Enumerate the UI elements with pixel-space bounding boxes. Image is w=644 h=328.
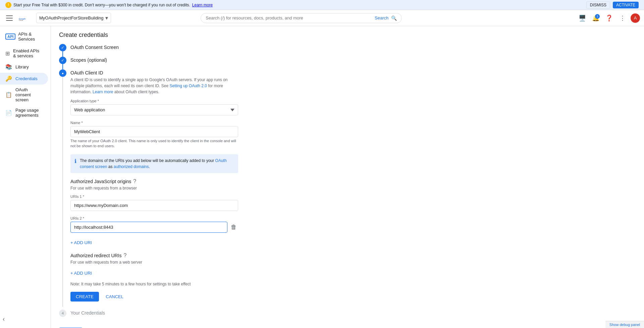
client-name-hint: The name of your OAuth 2.0 client. This … [70,139,238,149]
activate-button[interactable]: ACTIVATE [613,2,639,8]
uri2-row: 🗑 [70,222,238,233]
client-name-group: Name * The name of your OAuth 2.0 client… [70,121,238,149]
sidebar-item-label-credentials: Credentials [15,76,38,81]
sidebar-item-page-usage[interactable]: 📄 Page usage agreements [0,105,48,120]
step3-line [62,77,63,307]
step4-indicator: 4 [59,310,66,322]
js-origins-title: Authorized JavaScript origins ? [70,178,238,184]
uri1-label: URIs 1 * [70,195,238,199]
api-badge: API [5,34,15,40]
step-oauth-consent: ✓ OAuth Consent Screen [59,44,636,57]
step2-circle: ✓ [59,57,66,64]
step-your-credentials: 4 Your Credentials [59,310,636,322]
sidebar-item-label-page-usage: Page usage agreements [15,108,43,118]
uri1-group: URIs 1 * [70,195,238,211]
more-options-button[interactable]: ⋮ [617,13,628,23]
add-redirect-uri-button[interactable]: + ADD URI [70,269,92,278]
sidebar-header: API APIs & Services [0,29,51,46]
redirect-uris-title: Authorized redirect URIs ? [70,253,238,259]
client-name-label: Name * [70,121,238,125]
step-scopes: ✓ Scopes (optional) [59,57,636,69]
banner-icon: ! [5,2,11,8]
google-cloud-logo-icon: Google Cloud [19,14,27,22]
step2-title: Scopes (optional) [70,57,636,63]
top-banner: ! Start your Free Trial with $300 in cre… [0,0,644,10]
step1-circle: ✓ [59,44,66,51]
sidebar-title: APIs & Services [18,32,45,42]
redirect-uris-help-icon[interactable]: ? [124,253,127,259]
step3-content: OAuth Client ID A client ID is used to i… [70,69,238,307]
step1-title: OAuth Consent Screen [70,45,636,50]
uri2-delete-button[interactable]: 🗑 [229,222,238,232]
sidebar-item-enabled-apis[interactable]: ⊞ Enabled APIs & services [0,46,48,61]
sidebar-item-label-enabled-apis: Enabled APIs & services [13,48,43,58]
stepper: ✓ OAuth Consent Screen ✓ Scopes (optiona… [59,44,636,322]
banner-text: Start your Free Trial with $300 in credi… [13,3,190,7]
learn-more-oauth-link[interactable]: Learn more [93,90,113,94]
notification-button[interactable]: 🔔 3 [590,13,601,23]
notification-badge: 3 [595,14,600,19]
user-avatar[interactable]: A [631,13,640,23]
step3-indicator: ● [59,69,66,307]
sidebar-item-label-oauth-consent: OAuth consent screen [15,87,43,102]
sidebar-item-label-library: Library [15,64,29,69]
search-button[interactable]: Search [375,15,388,20]
uri2-label: URIs 2 * [70,216,238,220]
sidebar-item-credentials[interactable]: 🔑 Credentials [0,73,48,85]
step3-title: OAuth Client ID [70,70,238,75]
svg-text:Google: Google [19,17,26,19]
js-origins-subtitle: For use with requests from a browser [70,186,238,190]
search-bar: Search 🔍 [201,13,402,23]
sidebar: API APIs & Services ⊞ Enabled APIs & ser… [0,26,51,328]
svg-text:Cloud: Cloud [19,19,23,21]
page-title: Create credentials [59,32,636,39]
cancel-form-button[interactable]: CANCEL [103,292,126,302]
info-icon: ℹ [74,158,76,164]
sidebar-item-oauth-consent[interactable]: 📋 OAuth consent screen [0,85,48,105]
step2-line [62,64,63,69]
page-usage-icon: 📄 [5,110,12,116]
hamburger-icon [6,15,13,21]
banner-learn-more[interactable]: Learn more [192,3,213,7]
help-button[interactable]: ❓ [604,13,614,23]
step1-indicator: ✓ [59,44,66,57]
setting-up-oauth-link[interactable]: Setting up OAuth 2.0 [169,84,207,88]
uri2-group: URIs 2 * 🗑 [70,216,238,233]
client-name-input[interactable] [70,126,238,137]
step3-description: A client ID is used to identify a single… [70,77,238,95]
step2-indicator: ✓ [59,57,66,69]
uri2-input[interactable] [70,222,227,233]
search-input[interactable] [206,15,372,20]
search-icon: 🔍 [391,15,397,21]
info-box-text: The domains of the URIs you add below wi… [80,158,234,170]
authorized-domains-link[interactable]: authorized domains [114,164,149,169]
step4-circle: 4 [59,310,66,317]
create-button[interactable]: CREATE [70,292,99,302]
step4-content: Your Credentials [70,310,636,322]
display-settings-button[interactable]: 🖥️ [577,13,588,23]
step4-title: Your Credentials [70,310,636,316]
uri1-input[interactable] [70,200,238,211]
sidebar-item-library[interactable]: 📚 Library [0,61,48,73]
form-action-buttons: CREATE CANCEL [70,292,238,302]
application-type-select[interactable]: Web application iOS Android Desktop app [70,104,238,115]
enabled-apis-icon: ⊞ [5,50,10,57]
top-header: Google Cloud MyOAuthProjectForStoreBuild… [0,10,644,26]
collapse-sidebar-button[interactable]: ‹ [3,316,5,323]
debug-panel[interactable]: Show debug panel [605,321,644,328]
project-selector-chevron: ▾ [105,15,108,21]
project-selector[interactable]: MyOAuthProjectForStoreBuilding ▾ [36,13,111,23]
banner-actions: DISMISS ACTIVATE [586,1,639,9]
step3-circle: ● [59,69,66,77]
hamburger-menu-button[interactable] [4,13,15,23]
dismiss-button[interactable]: DISMISS [586,1,610,9]
application-type-label: Application type * [70,99,238,103]
js-origins-help-icon[interactable]: ? [133,178,136,184]
application-type-group: Application type * Web application iOS A… [70,99,238,115]
oauth-consent-icon: 📋 [5,92,12,98]
library-icon: 📚 [5,64,12,70]
google-cloud-logo: Google Cloud [19,14,27,22]
info-box: ℹ The domains of the URIs you add below … [70,154,238,173]
project-name: MyOAuthProjectForStoreBuilding [39,15,103,20]
add-js-uri-button[interactable]: + ADD URI [70,238,92,247]
